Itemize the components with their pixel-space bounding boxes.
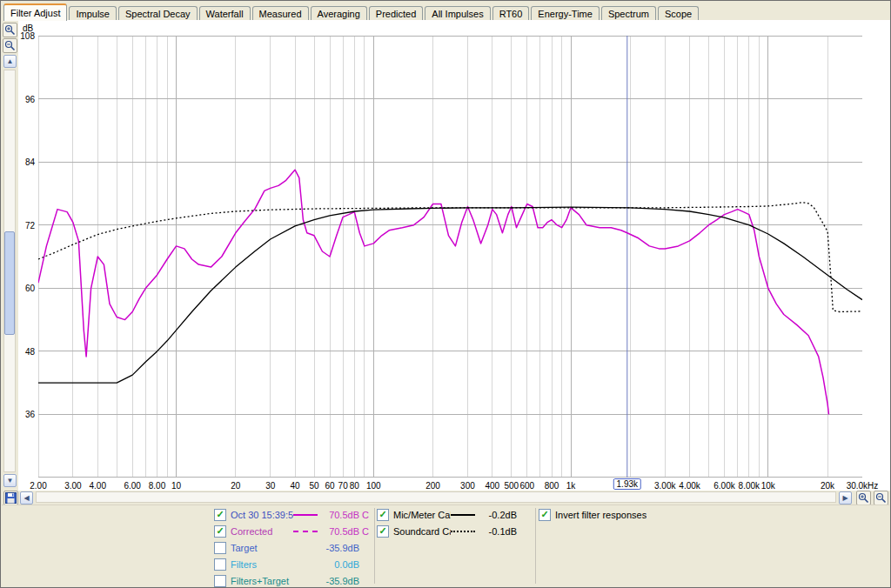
tab-measured[interactable]: Measured — [252, 6, 309, 21]
x-axis-tick-label: 200 — [425, 481, 440, 491]
x-axis-tick-label: 40 — [290, 481, 299, 491]
legend-label: Mic/Meter Cal — [393, 510, 451, 520]
scroll-right-button[interactable]: ▶ — [839, 491, 852, 504]
left-arrow-icon: ◀ — [23, 494, 29, 502]
legend-checkbox-target[interactable] — [214, 542, 226, 554]
horizontal-scroll-row: ◀ ▶ — [2, 491, 889, 504]
scroll-down-button[interactable]: ▼ — [3, 474, 17, 487]
legend-panel: ✓Oct 30 15:39:5470.5dBC✓Corrected70.5dBC… — [2, 504, 889, 587]
y-zoom-out-button[interactable] — [3, 38, 17, 53]
x-zoom-in-button[interactable] — [856, 491, 871, 505]
x-axis-tick-label: 10 — [171, 481, 181, 491]
trace-style-swatch — [451, 514, 475, 516]
y-axis-tick-label: 48 — [25, 347, 35, 357]
graph-tab-bar: Filter AdjustImpulseSpectral DecayWaterf… — [2, 2, 889, 22]
frequency-response-chart — [38, 36, 862, 478]
trace-style-swatch — [293, 580, 318, 582]
trace-level-value: -0.1dB — [482, 526, 517, 537]
magnifier-plus-icon — [858, 492, 869, 504]
legend-label: Corrected — [231, 526, 293, 537]
trace-style-swatch — [451, 531, 475, 532]
trace-level-value: -0.2dB — [482, 510, 517, 520]
trace-style-swatch — [293, 531, 318, 532]
legend-row-target: Target-35.9dB — [214, 541, 359, 555]
x-axis-tick-label: 30 — [265, 481, 275, 491]
legend-separator — [374, 508, 375, 584]
x-zoom-out-button[interactable] — [874, 491, 888, 505]
tab-waterfall[interactable]: Waterfall — [199, 6, 251, 21]
x-axis-tick-label: 8.00 — [149, 481, 165, 491]
x-axis-tick-label: 600 — [519, 481, 534, 491]
tab-rt60[interactable]: RT60 — [492, 6, 530, 21]
tab-energy-time[interactable]: Energy-Time — [531, 6, 600, 21]
x-axis-tick-label: 50 — [309, 481, 318, 491]
rew-window: Filter AdjustImpulseSpectral DecayWaterf… — [0, 0, 891, 588]
legend-row-corrected: ✓Corrected70.5dBC — [214, 525, 369, 538]
trace-level-value: -35.9dB — [325, 576, 359, 586]
vertical-scrollbar-track[interactable] — [3, 70, 16, 472]
legend-checkbox-corrected[interactable]: ✓ — [214, 525, 226, 538]
x-axis-tick-label: 800 — [545, 481, 559, 491]
scroll-left-button[interactable]: ◀ — [20, 491, 33, 504]
x-axis-tick-label: 1k — [566, 481, 576, 491]
x-axis-tick-label: 2.00 — [30, 481, 46, 491]
x-axis-tick-label: 80 — [350, 481, 359, 491]
horizontal-scrollbar-track[interactable] — [36, 491, 836, 503]
chart-panel: dB 108968472604836 2.003.004.006.008.001… — [18, 20, 891, 491]
y-axis-tick-label: 36 — [25, 410, 35, 419]
legend-checkbox-filters-target[interactable] — [214, 575, 226, 587]
legend-row-mic-meter-cal: ✓Mic/Meter Cal-0.2dB — [377, 508, 517, 522]
legend-checkbox-soundcard-cal[interactable]: ✓ — [377, 525, 389, 538]
tab-impulse[interactable]: Impulse — [69, 6, 117, 21]
scroll-up-button[interactable]: ▲ — [3, 55, 17, 68]
x-axis-tick-label: 500 — [504, 481, 519, 491]
legend-checkbox-filters[interactable] — [214, 558, 226, 571]
magnifier-minus-icon — [4, 40, 16, 51]
trace-style-swatch — [293, 514, 318, 516]
tab-averaging[interactable]: Averaging — [311, 6, 367, 21]
legend-row-invert-filter-responses: ✓Invert filter responses — [539, 508, 646, 522]
tab-all-impulses[interactable]: All Impulses — [425, 6, 490, 21]
y-zoom-in-button[interactable] — [3, 23, 17, 37]
legend-label: Invert filter responses — [555, 510, 646, 520]
legend-label: Soundcard Cal — [393, 526, 451, 537]
legend-checkbox-mic-meter-cal[interactable]: ✓ — [377, 509, 389, 521]
y-axis-tick-label: 60 — [25, 284, 35, 293]
x-axis-tick-label: 4.00 — [90, 481, 106, 491]
legend-row-filters-target: Filters+Target-35.9dB — [214, 574, 359, 588]
tab-spectrum[interactable]: Spectrum — [601, 6, 656, 21]
trace-layer — [38, 170, 862, 414]
x-axis-tick-label: 300 — [460, 481, 475, 491]
tab-filter-adjust[interactable]: Filter Adjust — [3, 3, 67, 21]
magnifier-plus-icon — [4, 24, 16, 36]
x-axis-tick-label: 20k — [821, 481, 834, 491]
x-axis-tick-label: 6.00 — [124, 481, 140, 491]
legend-checkbox-invert-filter-responses[interactable]: ✓ — [539, 509, 551, 521]
legend-label: Filters+Target — [231, 576, 293, 586]
legend-row-filters: Filters0.0dB — [214, 558, 359, 571]
trace-level-value: 70.5dB — [325, 510, 359, 520]
trace-level-unit: C — [362, 510, 369, 520]
x-axis-tick-label: 3.00k — [654, 481, 675, 491]
x-axis-tick-label: 4.00k — [679, 481, 700, 491]
x-axis-tick-label: 70 — [338, 481, 348, 491]
legend-checkbox-oct-30-15-39-54[interactable]: ✓ — [214, 509, 226, 521]
trace-level-value: 0.0dB — [325, 559, 359, 570]
cursor-frequency-readout[interactable]: 1.93k — [613, 478, 641, 490]
trace-level-value: 70.5dB — [325, 526, 359, 537]
capture-graph-button[interactable] — [3, 491, 18, 505]
y-axis-tick-label: 84 — [25, 157, 35, 167]
tab-predicted[interactable]: Predicted — [369, 6, 423, 21]
trace-mic-meter-cal — [38, 207, 862, 383]
tab-spectral-decay[interactable]: Spectral Decay — [118, 6, 198, 21]
up-arrow-icon: ▲ — [7, 57, 14, 65]
legend-separator — [535, 508, 536, 584]
trace-soundcard-cal — [38, 203, 862, 312]
legend-row-oct-30-15-39-54: ✓Oct 30 15:39:5470.5dBC — [214, 508, 369, 522]
x-axis-tick-label: 10k — [761, 481, 775, 491]
vertical-scrollbar-thumb[interactable] — [4, 231, 15, 335]
x-axis-tick-label: 30.0kHz — [847, 481, 879, 491]
legend-label: Filters — [231, 559, 293, 570]
trace-level-unit: C — [362, 526, 369, 537]
tab-scope[interactable]: Scope — [658, 6, 699, 21]
